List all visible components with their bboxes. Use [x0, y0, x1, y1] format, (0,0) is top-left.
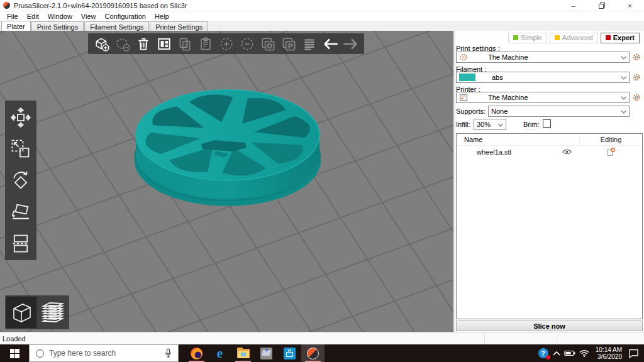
system-tray: ? 10:14 AM 3/6/2020: [538, 346, 644, 360]
mode-advanced-button[interactable]: Advanced: [550, 33, 598, 43]
windows-taskbar: Type here to search e: [0, 344, 644, 362]
split-to-parts-button: P: [279, 34, 298, 53]
battery-icon[interactable]: [564, 349, 575, 357]
action-center-icon[interactable]: [628, 349, 639, 358]
minimize-button[interactable]: –: [559, 0, 587, 11]
tray-clock[interactable]: 10:14 AM 3/6/2020: [593, 346, 625, 360]
close-button[interactable]: ×: [616, 0, 644, 11]
printer-gear-icon[interactable]: [632, 93, 641, 102]
chevron-down-icon: [621, 94, 626, 99]
object-list: Name Editing wheel1a.stl: [456, 133, 643, 319]
prusaslicer-taskbar-button[interactable]: [301, 344, 325, 362]
remove-instance-button: [237, 34, 257, 53]
model-wheel1a[interactable]: [0, 31, 453, 332]
start-button[interactable]: [0, 344, 29, 362]
chevron-down-icon: [497, 121, 502, 126]
file-explorer-taskbar-button[interactable]: [231, 344, 255, 362]
redo-button: [341, 34, 360, 53]
place-on-face-tool-button[interactable]: [7, 197, 35, 226]
printer-preset-icon: [459, 93, 468, 102]
arrange-button[interactable]: [154, 34, 174, 53]
move-tool-button[interactable]: [7, 103, 35, 132]
menu-file[interactable]: File: [3, 13, 23, 20]
filament-gear-icon[interactable]: [632, 73, 641, 82]
infill-label: Infill:: [456, 121, 470, 128]
menu-help[interactable]: Help: [150, 13, 174, 20]
edge-taskbar-button[interactable]: e: [208, 344, 231, 362]
tray-date: 3/6/2020: [596, 353, 622, 360]
delete-all-button[interactable]: [133, 34, 153, 53]
plater-3d-viewport[interactable]: O P: [0, 31, 453, 332]
tray-chevron-up-icon[interactable]: [553, 351, 560, 356]
mode-selector: Simple Advanced Expert: [492, 33, 640, 43]
advanced-mode-icon: [555, 35, 560, 40]
supports-label: Supports:: [456, 107, 486, 115]
rotate-tool-button[interactable]: [7, 166, 35, 195]
eye-icon[interactable]: [562, 148, 572, 155]
cut-tool-button[interactable]: [7, 229, 35, 258]
app-logo-icon: [3, 2, 10, 9]
restore-icon: [599, 3, 605, 9]
help-tray-icon[interactable]: ?: [538, 348, 549, 359]
tab-plater[interactable]: Plater: [1, 21, 31, 31]
print-settings-gear-icon[interactable]: [632, 53, 641, 62]
tab-printer-settings[interactable]: Printer Settings: [150, 21, 208, 31]
object-row-wheel1a[interactable]: wheel1a.stl: [457, 146, 642, 158]
chevron-down-icon: [621, 108, 626, 113]
scale-tool-button[interactable]: [7, 134, 35, 163]
add-instance-button: [216, 34, 236, 53]
copy-button: [175, 34, 194, 53]
store-taskbar-button[interactable]: [278, 344, 301, 362]
undo-button[interactable]: [320, 34, 340, 53]
mode-expert-button[interactable]: Expert: [601, 33, 640, 43]
filament-combo[interactable]: abs: [456, 72, 630, 83]
mode-simple-button[interactable]: Simple: [508, 33, 547, 43]
svg-text:O: O: [267, 42, 272, 50]
menu-bar: File Edit Window View Configuration Help: [0, 11, 644, 21]
layers-editing-button: [299, 34, 319, 53]
tab-bar: Plater Print Settings Filament Settings …: [0, 21, 644, 31]
tab-print-settings[interactable]: Print Settings: [31, 21, 84, 31]
tray-time: 10:14 AM: [596, 346, 622, 353]
infill-combo[interactable]: 30%: [474, 119, 506, 130]
menu-edit[interactable]: Edit: [23, 13, 43, 20]
brim-checkbox[interactable]: [543, 119, 551, 128]
view-mode-toolbar: [5, 295, 69, 329]
file-explorer-icon: [237, 349, 250, 358]
edit-object-icon[interactable]: [607, 148, 615, 156]
chevron-down-icon: [621, 74, 626, 79]
delete-object-button: [113, 34, 132, 53]
taskbar-search-input[interactable]: Type here to search: [29, 344, 179, 362]
supports-combo[interactable]: None: [488, 106, 630, 117]
layers-preview-button[interactable]: [38, 297, 68, 328]
prusaslicer-window: PrusaSlicer-2.1.0+win64-201909160915 bas…: [0, 0, 644, 362]
print-preset-icon: [459, 53, 468, 62]
firefox-taskbar-button[interactable]: [185, 344, 208, 362]
menu-window[interactable]: Window: [43, 13, 77, 20]
edge-icon: e: [217, 348, 223, 359]
paste-button: [196, 34, 215, 53]
restore-button[interactable]: [587, 0, 616, 11]
maps-icon: [260, 348, 272, 359]
store-icon: [284, 348, 296, 359]
menu-view[interactable]: View: [77, 13, 101, 20]
firefox-icon: [191, 348, 203, 359]
3d-view-button[interactable]: [6, 297, 36, 328]
plater-toolbar: O P: [88, 33, 364, 54]
slice-now-button[interactable]: Slice now: [456, 321, 643, 331]
chevron-down-icon: [621, 54, 626, 59]
expert-mode-icon: [606, 35, 611, 40]
prusaslicer-icon: [307, 348, 319, 359]
status-bar: Loaded: [0, 332, 644, 344]
windows-logo-icon: [10, 349, 19, 358]
printer-combo[interactable]: The Machine: [456, 92, 630, 103]
wifi-icon[interactable]: [579, 349, 589, 357]
maps-taskbar-button[interactable]: [255, 344, 278, 362]
microphone-icon[interactable]: [165, 348, 172, 358]
object-list-header: Name Editing: [457, 134, 642, 146]
print-settings-combo[interactable]: The Machine: [456, 52, 630, 63]
add-object-button[interactable]: [92, 34, 111, 53]
menu-configuration[interactable]: Configuration: [100, 13, 150, 20]
tab-filament-settings[interactable]: Filament Settings: [84, 21, 149, 31]
search-placeholder: Type here to search: [49, 349, 165, 358]
